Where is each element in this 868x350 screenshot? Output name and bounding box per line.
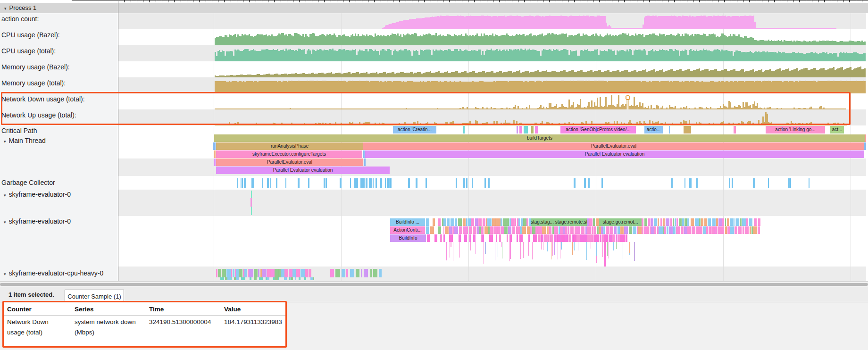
track-name: skyframe-evaluator-cpu-heavy-0 bbox=[9, 269, 104, 277]
main-thread-slice[interactable] bbox=[214, 158, 216, 166]
evaluator-slice[interactable]: stage.go.remot... bbox=[599, 218, 642, 226]
sidebar-track-label[interactable]: CPU usage (Bazel): bbox=[0, 31, 118, 41]
slice-label: Parallel Evaluator evaluation bbox=[585, 151, 645, 157]
evaluator-slice[interactable]: BuildInfo ... bbox=[390, 218, 425, 226]
col-header-series: Series bbox=[75, 306, 94, 313]
main-thread-slice[interactable] bbox=[865, 134, 866, 142]
cell-counter[interactable]: Network Down usage (total) bbox=[7, 317, 66, 338]
main-thread-slice[interactable]: Parallel Evaluator evaluation bbox=[365, 150, 864, 158]
sidebar-track-label[interactable]: ▾skyframe-evaluator-0 bbox=[0, 191, 121, 200]
critical-path-slice[interactable] bbox=[734, 126, 736, 133]
selection-status: 1 item selected. bbox=[8, 291, 54, 298]
slice-label: BuildInfo bbox=[399, 235, 417, 241]
sidebar-track-label[interactable]: ▾skyframe-evaluator-cpu-heavy-0 bbox=[0, 269, 121, 279]
critical-path-slice[interactable] bbox=[684, 126, 691, 133]
counter-chart-mem-total[interactable] bbox=[118, 77, 866, 93]
sidebar-track-label[interactable]: Garbage Collector bbox=[0, 179, 118, 188]
critical-path-slice[interactable] bbox=[517, 126, 518, 133]
slice-label: action 'Linking go... bbox=[775, 127, 815, 132]
main-thread-slice[interactable]: runAnalysisPhase bbox=[216, 142, 363, 150]
gc-track[interactable] bbox=[118, 176, 866, 190]
counter-chart-cpu-bazel[interactable] bbox=[118, 29, 866, 45]
process-header[interactable]: ▾Process 1 bbox=[0, 3, 868, 13]
evaluator-slice[interactable] bbox=[250, 198, 252, 207]
slice-label: action 'Creatin... bbox=[398, 127, 432, 132]
sidebar-track-label[interactable]: CPU usage (total): bbox=[0, 47, 118, 57]
sidebar-divider[interactable] bbox=[118, 0, 118, 281]
critical-path-slice[interactable]: actio... bbox=[644, 126, 663, 133]
main-thread-slice[interactable]: buildTargets bbox=[214, 134, 865, 142]
track-name: Main Thread bbox=[9, 137, 46, 144]
evaluator-slice[interactable]: ActionConti... bbox=[390, 226, 425, 234]
counter-chart-mem-bazel[interactable] bbox=[118, 61, 866, 77]
counter-chart-network-up[interactable] bbox=[118, 109, 866, 125]
slice-label: act... bbox=[832, 127, 843, 132]
sidebar-track-label[interactable]: action count: bbox=[0, 15, 118, 25]
sidebar-track-label[interactable]: ▾Main Thread bbox=[0, 137, 121, 146]
chevron-down-icon: ▾ bbox=[4, 139, 6, 144]
counter-chart-cpu-total[interactable] bbox=[118, 45, 866, 61]
slice-label: runAnalysisPhase bbox=[271, 143, 309, 149]
evaluator-slice[interactable]: BuildInfo bbox=[390, 234, 426, 242]
slice-label: stag.stag... stage.remote.stage.go.remot… bbox=[531, 219, 587, 225]
table-header-divider bbox=[2, 315, 287, 316]
sidebar-track-label[interactable]: ▾skyframe-evaluator-0 bbox=[0, 217, 121, 227]
counter-sample-table: Counter Series Time Value Network Down u… bbox=[2, 301, 287, 348]
track-area: action count:CPU usage (Bazel):CPU usage… bbox=[0, 13, 868, 281]
main-thread-slice[interactable] bbox=[363, 150, 365, 158]
evaluator-flame-chart[interactable] bbox=[118, 216, 866, 267]
track-name: Critical Path bbox=[1, 127, 37, 134]
critical-path-slice[interactable] bbox=[463, 126, 465, 133]
track-name: skyframe-evaluator-0 bbox=[9, 217, 71, 225]
main-thread-slice[interactable] bbox=[213, 142, 216, 150]
col-header-value: Value bbox=[224, 306, 241, 313]
main-thread-slice[interactable]: ParallelEvaluator.eval bbox=[363, 142, 864, 150]
chevron-down-icon: ▾ bbox=[4, 220, 6, 225]
critical-path-slice[interactable]: action 'Creatin... bbox=[393, 126, 436, 133]
sidebar-track-label[interactable]: Critical Path bbox=[0, 127, 118, 136]
main-thread-slice[interactable] bbox=[214, 150, 216, 158]
selected-sample-marker bbox=[626, 96, 630, 100]
slice-label: action 'GenObjcProtos video/... bbox=[566, 127, 631, 132]
cell-value[interactable]: 184.1793113323983 bbox=[224, 317, 285, 327]
cpu-heavy-flame-chart[interactable] bbox=[118, 267, 866, 281]
critical-path-slice[interactable] bbox=[669, 126, 670, 133]
details-panel: 1 item selected. Counter Sample (1) Coun… bbox=[0, 287, 868, 350]
track-row-background bbox=[118, 125, 866, 134]
cell-time[interactable]: 324190.51300000004 bbox=[149, 317, 220, 327]
sidebar-track-label[interactable]: Network Up usage (total): bbox=[0, 111, 118, 121]
main-thread-slice[interactable]: skyframeExecutor.configureTargets bbox=[216, 150, 362, 158]
main-thread-slice[interactable] bbox=[864, 142, 866, 150]
main-thread-slice[interactable]: ParallelEvaluator.eval bbox=[216, 158, 363, 166]
scrollbar-thumb[interactable] bbox=[0, 283, 868, 286]
sidebar-track-label[interactable]: Memory usage (Bazel): bbox=[0, 63, 118, 73]
counter-chart-action-count[interactable] bbox=[118, 13, 866, 29]
slice-label: buildTargets bbox=[527, 135, 552, 141]
slice-label: Parallel Evaluator evaluation bbox=[273, 167, 333, 173]
track-name: CPU usage (Bazel): bbox=[1, 31, 60, 39]
critical-path-slice[interactable] bbox=[524, 126, 528, 133]
critical-path-slice[interactable]: action 'Linking go... bbox=[766, 126, 825, 133]
slice-label: BuildInfo ... bbox=[396, 219, 419, 225]
critical-path-slice[interactable] bbox=[519, 126, 522, 133]
critical-path-slice[interactable] bbox=[531, 126, 534, 133]
critical-path-slice[interactable] bbox=[535, 126, 538, 133]
process-header-label: Process 1 bbox=[9, 4, 37, 11]
slice-label: ParallelEvaluator.eval bbox=[591, 143, 636, 149]
critical-path-slice[interactable]: action 'GenObjcProtos video/... bbox=[560, 126, 636, 133]
main-thread-slice[interactable]: Parallel Evaluator evaluation bbox=[216, 167, 390, 174]
track-name: Network Down usage (total): bbox=[1, 95, 85, 103]
cell-series[interactable]: system network down (Mbps) bbox=[75, 317, 141, 338]
tab-counter-sample[interactable]: Counter Sample (1) bbox=[65, 290, 124, 302]
main-thread-slice[interactable] bbox=[364, 158, 366, 166]
slice-label: ActionConti... bbox=[393, 227, 421, 233]
chevron-down-icon: ▾ bbox=[4, 272, 6, 276]
counter-chart-network-down[interactable] bbox=[118, 93, 866, 109]
evaluator-slice[interactable]: stag.stag... stage.remote.stage.go.remot… bbox=[531, 218, 587, 226]
sidebar-track-label[interactable]: Network Down usage (total): bbox=[0, 95, 118, 105]
track-name: Network Up usage (total): bbox=[1, 111, 76, 119]
track-name: Memory usage (Bazel): bbox=[1, 63, 70, 71]
sidebar-track-label[interactable]: Memory usage (total): bbox=[0, 79, 118, 89]
details-tab-bar bbox=[0, 287, 868, 302]
critical-path-slice[interactable]: act... bbox=[830, 126, 844, 133]
